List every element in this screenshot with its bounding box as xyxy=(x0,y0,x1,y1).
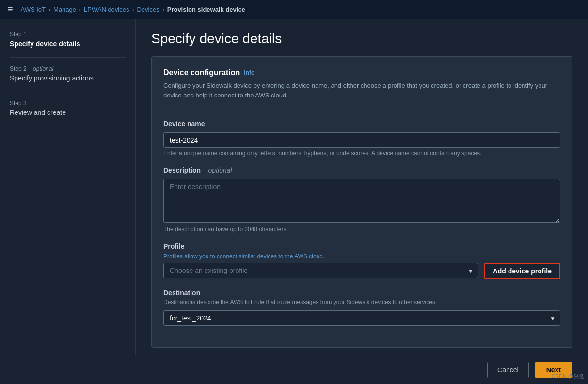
breadcrumb-manage[interactable]: Manage xyxy=(53,6,76,13)
device-name-group: Device name Enter a unique name containi… xyxy=(163,120,560,157)
step-1-title: Specify device details xyxy=(10,40,126,48)
sidebar: Step 1 Specify device details Step 2 – o… xyxy=(0,19,136,355)
sidebar-step-3: Step 3 Review and create xyxy=(10,100,126,116)
destination-description: Destinations describe the AWS IoT rule t… xyxy=(163,299,560,305)
destination-select[interactable]: for_test_2024 xyxy=(163,310,560,326)
step-divider-2 xyxy=(10,92,126,92)
section-divider xyxy=(163,110,560,110)
destination-select-wrapper: for_test_2024 ▼ xyxy=(163,307,560,326)
destination-label: Destination xyxy=(163,289,560,297)
breadcrumb-sep-3: › xyxy=(132,6,134,13)
card-description: Configure your Sidewalk device by enteri… xyxy=(163,81,560,100)
breadcrumb: AWS IoT › Manage › LPWAN devices › Devic… xyxy=(21,6,245,13)
main-layout: Step 1 Specify device details Step 2 – o… xyxy=(0,19,588,355)
breadcrumb-devices[interactable]: Devices xyxy=(137,6,159,13)
device-name-label: Device name xyxy=(163,120,560,128)
add-device-profile-button[interactable]: Add device profile xyxy=(484,263,560,279)
description-hint: The description can have up to 2048 char… xyxy=(163,226,560,233)
profile-group: Profile Profiles allow you to connect si… xyxy=(163,242,560,279)
cancel-button[interactable]: Cancel xyxy=(487,362,529,378)
content-area: Specify device details Device configurat… xyxy=(136,19,588,355)
bottom-bar: Cancel Next xyxy=(0,355,588,384)
step-divider-1 xyxy=(10,57,126,58)
breadcrumb-lpwan[interactable]: LPWAN devices xyxy=(84,6,129,13)
sidebar-step-2: Step 2 – optional Specify provisioning a… xyxy=(10,65,126,82)
sidebar-step-1: Step 1 Specify device details xyxy=(10,31,126,48)
profile-row: Choose an existing profile ▼ Add device … xyxy=(163,260,560,279)
page-title: Specify device details xyxy=(151,31,572,47)
breadcrumb-current: Provision sidewalk device xyxy=(167,6,245,13)
breadcrumb-aws-iot[interactable]: AWS IoT xyxy=(21,6,46,13)
breadcrumb-sep-1: › xyxy=(48,6,50,13)
device-config-card: Device configuration Info Configure your… xyxy=(151,56,572,348)
profile-link[interactable]: Profiles allow you to connect similar de… xyxy=(163,253,324,260)
watermark: CSDN @兴隆 xyxy=(552,373,584,380)
profile-select[interactable]: Choose an existing profile xyxy=(163,263,478,278)
profile-select-wrapper: Choose an existing profile ▼ xyxy=(163,260,478,278)
device-name-input[interactable] xyxy=(163,132,560,148)
step-2-label: Step 2 – optional xyxy=(10,65,126,72)
hamburger-icon[interactable]: ≡ xyxy=(8,4,13,15)
description-group: Description – optional The description c… xyxy=(163,166,560,233)
step-2-title: Specify provisioning actions xyxy=(10,74,126,82)
description-optional: – optional xyxy=(203,166,232,174)
step-3-title: Review and create xyxy=(10,109,126,116)
card-header: Device configuration Info xyxy=(163,68,560,77)
description-label: Description – optional xyxy=(163,166,560,174)
step-1-label: Step 1 xyxy=(10,31,126,38)
device-name-hint: Enter a unique name containing only lett… xyxy=(163,150,560,157)
destination-group: Destination Destinations describe the AW… xyxy=(163,289,560,326)
breadcrumb-sep-2: › xyxy=(79,6,81,13)
info-badge[interactable]: Info xyxy=(244,69,254,76)
description-textarea[interactable] xyxy=(163,179,560,223)
top-bar: ≡ AWS IoT › Manage › LPWAN devices › Dev… xyxy=(0,0,588,19)
profile-label: Profile xyxy=(163,242,560,250)
card-title: Device configuration xyxy=(163,68,240,77)
breadcrumb-sep-4: › xyxy=(162,6,164,13)
step-3-label: Step 3 xyxy=(10,100,126,107)
